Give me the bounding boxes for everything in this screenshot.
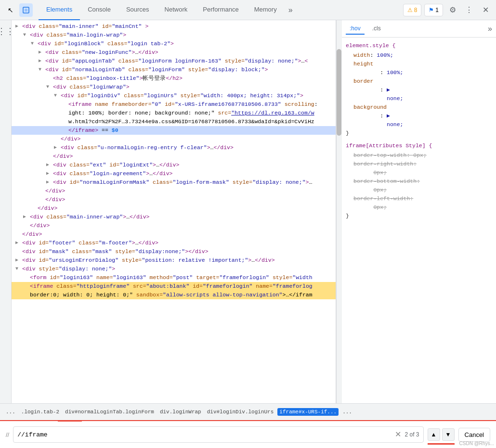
dom-toggle-arrow[interactable]: ▶ (39, 57, 45, 65)
search-next-button[interactable]: ▼ (442, 428, 455, 441)
dom-line[interactable]: ▶<div id="appLoginTab" class="loginForm … (12, 57, 336, 65)
dom-toggle-arrow[interactable] (39, 187, 45, 195)
dom-line[interactable]: ▶<div id="ursLoginErrorDialog" style="po… (12, 256, 336, 265)
dom-toggle-arrow[interactable] (62, 126, 68, 135)
dom-toggle-arrow[interactable]: ▶ (15, 22, 22, 31)
inspect-mode-button[interactable] (19, 3, 33, 17)
dom-toggle-arrow[interactable]: ▼ (46, 83, 53, 91)
dom-toggle-arrow[interactable] (62, 109, 68, 117)
breadcrumb-ellipsis-end[interactable]: ... (340, 408, 354, 416)
dom-toggle-arrow[interactable]: ▼ (39, 65, 45, 74)
tab-network[interactable]: Network (157, 0, 196, 20)
search-clear-button[interactable]: ✕ (395, 431, 401, 438)
more-options-button[interactable]: ⋮ (462, 3, 476, 17)
dom-line[interactable]: ▼<div class="main-login-wrap"> (12, 31, 336, 39)
dom-toggle-arrow[interactable]: ▶ (46, 161, 53, 169)
dom-toggle-arrow[interactable]: ▼ (54, 91, 61, 100)
dom-line[interactable]: ▼<div class="loginWrap"> (12, 83, 336, 91)
search-input-container: ✕ 2 of 3 (13, 426, 423, 443)
dom-toggle-arrow[interactable]: ▶ (46, 178, 53, 187)
styles-more-button[interactable]: » (488, 25, 492, 33)
dom-toggle-arrow[interactable]: ▶ (23, 213, 30, 221)
dom-toggle-arrow[interactable]: ▶ (54, 143, 61, 152)
dom-line[interactable]: </div> (12, 152, 336, 161)
dom-line[interactable]: border:0; width: 0; height: 0;" sandbox=… (12, 291, 336, 299)
dom-toggle-arrow[interactable] (46, 152, 53, 161)
tab-console[interactable]: Console (80, 0, 118, 20)
tab-elements[interactable]: Elements (39, 0, 80, 20)
dom-toggle-arrow[interactable] (62, 100, 68, 109)
dom-toggle-arrow[interactable] (62, 117, 68, 126)
tab-performance[interactable]: Performance (195, 0, 246, 20)
dom-line[interactable]: </div> (12, 204, 336, 213)
breadcrumb-iframe-active[interactable]: iframe#x-URS-if... (277, 408, 339, 416)
breadcrumb-login-tab2[interactable]: .login.tab-2 (19, 408, 61, 416)
dom-line[interactable]: <div id="mask" class="mask" style="displ… (12, 247, 336, 256)
dom-line[interactable]: ▶<div class="new-loginFunc">…</div> (12, 48, 336, 57)
dom-line[interactable]: <form id="login163" name="login163" meth… (12, 273, 336, 282)
dom-toggle-arrow[interactable]: ▶ (15, 256, 22, 265)
dom-line[interactable]: ▶<div class="ext" id="loginExt">…</div> (12, 161, 336, 169)
dom-line[interactable]: ▶<div id="footer" class="m-footer">…</di… (12, 239, 336, 247)
dom-toggle-arrow[interactable]: ▶ (39, 48, 45, 57)
search-input[interactable] (17, 431, 391, 438)
dom-toggle-arrow[interactable] (23, 273, 30, 282)
dom-toggle-arrow[interactable] (39, 195, 45, 204)
dom-line[interactable]: ▶<div class="u-normalLogin-reg-entry f-c… (12, 143, 336, 152)
errors-badge[interactable]: ⚑ 1 (424, 4, 443, 16)
dom-toggle-arrow[interactable] (46, 74, 53, 83)
dom-toggle-arrow[interactable] (23, 291, 30, 299)
dom-line[interactable]: <iframe name frameborder="0" id="x-URS-i… (12, 100, 336, 109)
iframe-attr-selector: iframe[Attributes Style] { (346, 141, 492, 150)
styles-tab-hov[interactable]: :hov (346, 23, 365, 35)
dom-line[interactable]: <iframe class="httploginframe" src="abou… (12, 282, 336, 291)
tab-memory[interactable]: Memory (247, 0, 285, 20)
more-tabs-button[interactable]: » (285, 0, 297, 20)
search-prev-button[interactable]: ▲ (428, 428, 440, 441)
dom-toggle-arrow[interactable]: ▼ (23, 31, 30, 39)
dom-line[interactable]: </div> (12, 221, 336, 230)
dom-line[interactable]: ▶<div class="login-agreement">…</div> (12, 169, 336, 178)
elements-scrollbar[interactable] (336, 20, 342, 403)
dom-line[interactable]: ▼<div style="display: none;"> (12, 265, 336, 273)
dom-line[interactable]: ▼<div id="loginBlock" class="login tab-2… (12, 39, 336, 48)
dom-line-content: <div class="new-loginFunc">…</div> (45, 48, 158, 57)
dom-line[interactable]: </div> (12, 230, 336, 239)
dom-toggle-arrow[interactable] (31, 204, 38, 213)
dom-toggle-arrow[interactable] (54, 135, 61, 143)
breadcrumb-login-wrap[interactable]: div.loginWrap (158, 408, 203, 416)
dom-line[interactable]: </div> (12, 195, 336, 204)
dom-toggle-arrow[interactable] (23, 282, 30, 291)
dom-line[interactable]: ▼<div id="loginDiv" class="loginUrs" sty… (12, 91, 336, 100)
dom-line[interactable]: </div> (12, 135, 336, 143)
elements-panel: ▶<div class="main-inner" id="mainCnt" >▼… (12, 20, 336, 403)
dom-toggle-arrow[interactable] (15, 230, 22, 239)
dom-line[interactable]: </iframe> == $0 (12, 126, 336, 135)
iframe-attr-style-close: } (346, 212, 492, 220)
settings-button[interactable]: ⚙ (446, 3, 459, 17)
search-cancel-button[interactable]: Cancel (458, 428, 490, 442)
breadcrumb-ellipsis-start[interactable]: ... (4, 408, 17, 416)
dom-toggle-arrow[interactable]: ▼ (31, 39, 38, 48)
dom-tree[interactable]: ▶<div class="main-inner" id="mainCnt" >▼… (12, 20, 336, 403)
cursor-mode-button[interactable]: ↖ (4, 3, 17, 17)
dom-toggle-arrow[interactable] (23, 221, 30, 230)
close-devtools-button[interactable]: ✕ (479, 3, 492, 17)
dom-line[interactable]: w.html?cd=%2F%2F…3.73244e9a.css&MGID=167… (12, 117, 336, 126)
dom-line[interactable]: <h2 class="loginbox-title">帐号登录</h2> (12, 74, 336, 83)
dom-line[interactable]: ▶<div id="normalLoginFormMask" class="lo… (12, 178, 336, 187)
breadcrumb-normal-login-tab[interactable]: div#normalLoginTab.loginForm (63, 408, 156, 416)
dom-line[interactable]: ight: 100%; border: none; background: no… (12, 109, 336, 117)
dom-toggle-arrow[interactable]: ▶ (46, 169, 53, 178)
warnings-badge[interactable]: ⚠ 8 (403, 4, 422, 16)
breadcrumb-login-div[interactable]: div#loginDiv.loginUrs (205, 408, 276, 416)
dom-line[interactable]: ▼<div id="normalLoginTab" class="loginFo… (12, 65, 336, 74)
dom-toggle-arrow[interactable]: ▶ (15, 239, 22, 247)
dom-line[interactable]: </div> (12, 187, 336, 195)
dom-toggle-arrow[interactable] (15, 247, 22, 256)
styles-tab-cls[interactable]: .cls (368, 23, 385, 35)
tab-sources[interactable]: Sources (118, 0, 157, 20)
dom-line[interactable]: ▶<div class="main-inner" id="mainCnt" > (12, 22, 336, 31)
dom-line[interactable]: ▶<div class="main-inner-wrap">…</div> (12, 213, 336, 221)
dom-toggle-arrow[interactable]: ▼ (15, 265, 22, 273)
